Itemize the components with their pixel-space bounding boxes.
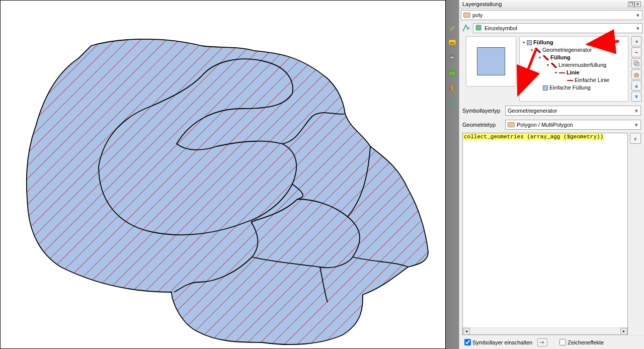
map-canvas[interactable]: [0, 0, 446, 349]
tree-simpleline[interactable]: Einfache Linie: [575, 76, 609, 84]
scroll-left-button[interactable]: ◂: [463, 328, 470, 335]
label-abc-icon[interactable]: abc: [448, 38, 457, 47]
diagram-icon[interactable]: [448, 83, 457, 92]
panel-title-text: Layergestaltung: [462, 1, 502, 7]
panel-titlebar: Layergestaltung ❐ ✕: [459, 0, 644, 9]
layer-selector[interactable]: poly: [461, 10, 642, 20]
polygon-layer-icon: [463, 13, 470, 18]
renderer-tab-icon[interactable]: [461, 23, 471, 33]
tree-root: Füllung: [533, 39, 553, 46]
svg-rect-9: [476, 25, 481, 30]
polygon-shape: [27, 39, 428, 344]
duplicate-button[interactable]: [631, 58, 641, 68]
scroll-right-button[interactable]: ▸: [620, 328, 627, 335]
apply-button[interactable]: [537, 338, 547, 346]
tree-line[interactable]: Linie: [567, 69, 580, 76]
layer-styling-panel: Layergestaltung ❐ ✕ poly Einzelsymbol ▾F…: [459, 0, 644, 349]
remove-symbollayer-button[interactable]: −: [631, 47, 641, 57]
enable-symbollayer-checkbox[interactable]: Symbollayer einschalten: [462, 337, 532, 347]
expression-text: collect_geometries (array_agg ($geometry…: [463, 133, 604, 140]
svg-rect-8: [453, 89, 455, 91]
3dview-icon[interactable]: [448, 68, 457, 77]
svg-rect-6: [449, 88, 451, 91]
geometrytype-value: Polygon / MultiPolygon: [517, 122, 573, 128]
tree-geomgen[interactable]: Geometriegenerator: [542, 46, 592, 54]
symbollayertype-value: Geometriegenerator: [508, 108, 557, 114]
svg-text:abc: abc: [450, 41, 455, 44]
renderer-name: Einzelsymbol: [485, 25, 517, 31]
polygon-icon: [508, 122, 515, 127]
map-svg: [1, 1, 446, 349]
close-button[interactable]: ✕: [634, 2, 641, 7]
undock-button[interactable]: ❐: [628, 2, 634, 7]
layer-name-text: poly: [472, 12, 482, 18]
symbollayertype-label: Symbollayertyp: [462, 108, 503, 114]
svg-rect-12: [634, 74, 638, 77]
preview-swatch: [477, 47, 505, 75]
draw-effects-checkbox[interactable]: Zeicheneffekte: [557, 337, 604, 347]
tree-action-buttons: ＋ − ▲ ▼: [631, 36, 642, 102]
tree-simplefill[interactable]: Einfache Füllung: [549, 84, 591, 92]
svg-rect-7: [451, 86, 453, 91]
lock-button[interactable]: [631, 69, 641, 79]
expression-builder-button[interactable]: ε: [630, 133, 641, 144]
paintbrush-icon[interactable]: [448, 23, 457, 32]
svg-text:abc: abc: [450, 56, 455, 59]
movedown-button[interactable]: ▼: [631, 92, 641, 102]
geometrytype-label: Geometrietyp: [462, 122, 503, 128]
symbollayertype-selector[interactable]: Geometriegenerator: [505, 106, 641, 116]
history-icon[interactable]: [448, 98, 457, 107]
panel-footer: Symbollayer einschalten Zeicheneffekte: [459, 335, 644, 349]
side-toolbar: abc abc: [446, 0, 459, 349]
expression-textarea[interactable]: collect_geometries (array_agg ($geometry…: [462, 133, 628, 335]
moveup-button[interactable]: ▲: [631, 80, 641, 91]
expression-scrollbar[interactable]: ◂ ▸: [463, 327, 627, 334]
symbol-preview[interactable]: [466, 36, 516, 86]
mask-abc-icon[interactable]: abc: [448, 53, 457, 62]
geometrytype-selector[interactable]: Polygon / MultiPolygon: [505, 120, 641, 130]
tree-fill[interactable]: Füllung: [550, 54, 571, 61]
tree-linepattern[interactable]: Linienmusterfüllung: [558, 61, 606, 69]
renderer-selector[interactable]: Einzelsymbol: [473, 23, 642, 33]
symbol-layer-tree[interactable]: ▾Füllung ▾Geometriegenerator ▾Füllung ▾L…: [519, 36, 628, 102]
add-symbollayer-button[interactable]: ＋: [631, 36, 641, 46]
